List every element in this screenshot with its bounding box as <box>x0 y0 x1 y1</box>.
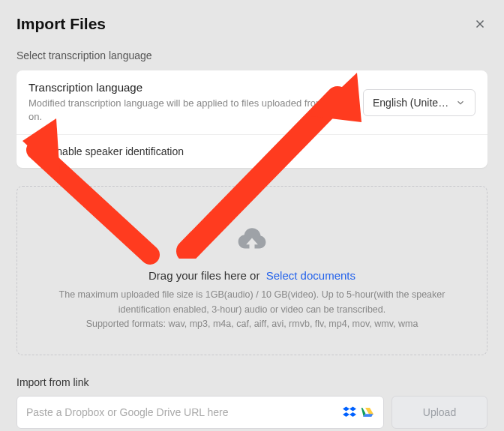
modal-title: Import Files <box>16 15 106 33</box>
dropzone-sub2: Supported formats: wav, mp3, m4a, caf, a… <box>31 317 473 331</box>
drag-text: Drag your files here or <box>148 269 260 282</box>
link-url-input[interactable] <box>26 397 343 428</box>
transcription-language-text: Transcription language Modified transcri… <box>28 81 350 124</box>
close-icon <box>473 17 487 31</box>
dropzone-sub1: The maximum uploaded file size is 1GB(au… <box>31 288 473 317</box>
speaker-id-checkbox[interactable] <box>28 145 40 157</box>
modal-header: Import Files <box>16 15 488 33</box>
import-link-row: Upload <box>16 396 488 429</box>
settings-panel: Transcription language Modified transcri… <box>16 70 488 168</box>
google-drive-icon <box>361 406 374 419</box>
chevron-down-icon <box>455 97 466 108</box>
speaker-id-row: Enable speaker identification <box>16 135 488 168</box>
import-from-link-label: Import from link <box>16 376 488 388</box>
import-files-modal: Import Files Select transcription langua… <box>0 0 504 431</box>
upload-icon <box>236 224 268 256</box>
close-button[interactable] <box>472 16 488 31</box>
language-select[interactable]: English (United … <box>363 89 476 116</box>
upload-button[interactable]: Upload <box>392 396 488 429</box>
dropzone-text: Drag your files here or Select documents <box>31 269 473 282</box>
language-select-value: English (United … <box>373 97 449 109</box>
brand-icons <box>343 406 374 419</box>
select-documents-link[interactable]: Select documents <box>266 269 356 282</box>
link-input-wrap <box>16 396 384 429</box>
section-label: Select transcription language <box>16 49 488 61</box>
transcription-language-desc: Modified transcription language will be … <box>28 97 350 124</box>
transcription-language-row: Transcription language Modified transcri… <box>16 70 488 134</box>
dropbox-icon <box>343 406 356 419</box>
speaker-id-label: Enable speaker identification <box>50 145 184 157</box>
file-dropzone[interactable]: Drag your files here or Select documents… <box>16 186 488 355</box>
transcription-language-title: Transcription language <box>28 81 350 94</box>
